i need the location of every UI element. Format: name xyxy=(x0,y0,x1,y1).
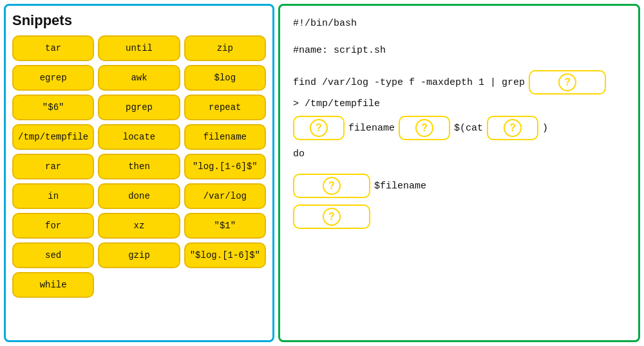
snippet-btn-until[interactable]: until xyxy=(98,35,180,61)
snippet-btn-tar[interactable]: tar xyxy=(12,35,94,61)
snippet-btn-6[interactable]: "$6" xyxy=(12,95,94,120)
shebang-line: #!/bin/bash xyxy=(293,16,625,32)
do-line: do xyxy=(293,147,625,162)
placeholder-for-var[interactable]: ? xyxy=(293,116,345,140)
snippets-panel: Snippets taruntilzipegrepawk$log"$6"pgre… xyxy=(4,4,274,342)
snippet-btn-done[interactable]: done xyxy=(98,183,180,209)
panel-title: Snippets xyxy=(12,12,266,29)
cat-command-text: $(cat xyxy=(454,123,483,134)
snippet-btn-pgrep[interactable]: pgrep xyxy=(98,95,180,120)
paren-close: ) xyxy=(542,123,548,134)
snippet-btn-1[interactable]: "$1" xyxy=(184,213,266,239)
snippet-btn-while[interactable]: while xyxy=(12,272,94,298)
snippet-btn-repeat[interactable]: repeat xyxy=(184,95,266,120)
snippet-btn-log16[interactable]: "$log.[1-6]$" xyxy=(184,242,266,268)
snippet-btn-varlog[interactable]: /var/log xyxy=(184,183,266,209)
for-line: ? filename ? $(cat ? ) xyxy=(293,116,625,140)
snippet-btn-filename[interactable]: filename xyxy=(184,124,266,150)
code-panel: #!/bin/bash #name: script.sh find /var/l… xyxy=(278,4,640,342)
snippet-grid: taruntilzipegrepawk$log"$6"pgreprepeat/t… xyxy=(12,35,266,298)
snippet-btn-locate[interactable]: locate xyxy=(98,124,180,150)
snippet-btn-rar[interactable]: rar xyxy=(12,154,94,179)
placeholder-in-keyword[interactable]: ? xyxy=(399,116,450,140)
snippet-btn-sed[interactable]: sed xyxy=(12,242,94,268)
find-line: find /var/log -type f -maxdepth 1 | grep… xyxy=(293,70,625,109)
question-icon-2: ? xyxy=(310,119,328,137)
snippet-btn-for[interactable]: for xyxy=(12,213,94,239)
filename-var-text: $filename xyxy=(374,181,426,192)
redirect-text: > /tmp/tempfile xyxy=(293,98,380,109)
filename-keyword: filename xyxy=(348,123,395,134)
name-comment-line: #name: script.sh xyxy=(293,43,625,59)
question-icon-4: ? xyxy=(504,119,522,137)
snippet-btn-log16[interactable]: "log.[1-6]$" xyxy=(184,154,266,179)
find-command-text: find /var/log -type f -maxdepth 1 | grep xyxy=(293,77,525,88)
body-line-1: ? $filename xyxy=(293,174,625,198)
placeholder-cat-arg[interactable]: ? xyxy=(487,116,538,140)
question-icon-1: ? xyxy=(558,73,576,91)
question-icon-5: ? xyxy=(323,177,341,195)
snippet-btn-xz[interactable]: xz xyxy=(98,213,180,239)
snippet-btn-gzip[interactable]: gzip xyxy=(98,242,180,268)
snippet-btn-zip[interactable]: zip xyxy=(184,35,266,61)
placeholder-body-cmd[interactable]: ? xyxy=(293,174,370,198)
snippet-btn-tmptempfile[interactable]: /tmp/tempfile xyxy=(12,124,94,150)
body-line-2: ? xyxy=(293,205,625,229)
snippet-btn-then[interactable]: then xyxy=(98,154,180,179)
snippet-btn-log[interactable]: $log xyxy=(184,65,266,91)
snippet-btn-in[interactable]: in xyxy=(12,183,94,209)
question-icon-3: ? xyxy=(415,119,433,137)
question-icon-6: ? xyxy=(323,208,341,226)
snippet-btn-awk[interactable]: awk xyxy=(98,65,180,91)
placeholder-grep-arg[interactable]: ? xyxy=(529,70,606,95)
placeholder-body-cmd2[interactable]: ? xyxy=(293,205,370,229)
snippet-btn-egrep[interactable]: egrep xyxy=(12,65,94,91)
